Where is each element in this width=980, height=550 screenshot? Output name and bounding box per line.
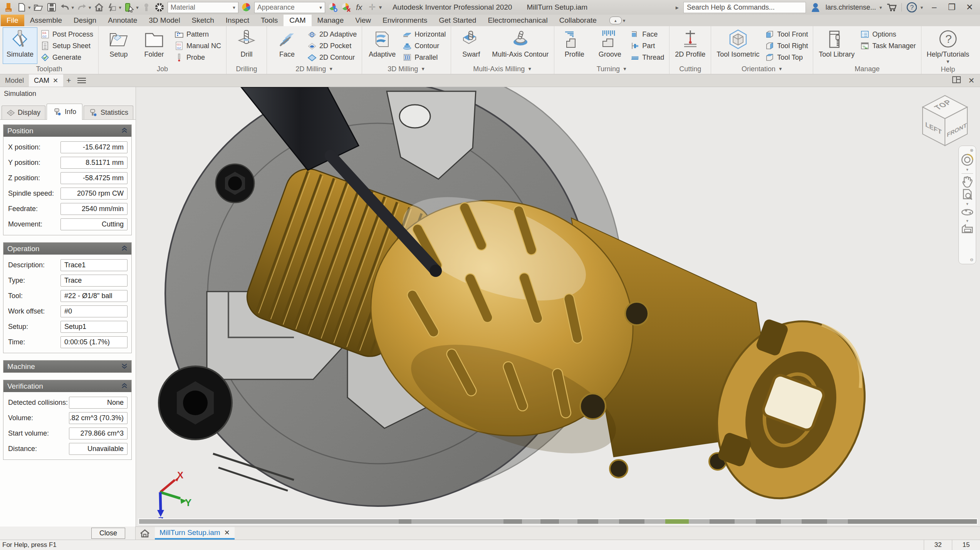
adjust-appearance-icon[interactable]: [328, 2, 338, 13]
timeline-segment[interactable]: [689, 519, 710, 524]
ribbon-group-label-toolpath[interactable]: Toolpath: [1, 64, 97, 74]
timeline-segment[interactable]: [802, 519, 827, 524]
simulation-timeline[interactable]: [138, 518, 978, 525]
zoom-window-button[interactable]: [961, 188, 973, 201]
ribbon-group-label-3d-milling[interactable]: 3D Milling▼: [363, 64, 450, 74]
tool-right-button[interactable]: Tool Right: [763, 40, 810, 52]
2d-profile-button[interactable]: 2D Profile: [672, 27, 708, 64]
ribbon-group-label-job[interactable]: Job: [99, 64, 225, 74]
multi-axis-contour-button[interactable]: Multi-Axis Contour: [489, 27, 551, 64]
tab-manage[interactable]: Manage: [312, 15, 350, 26]
folder-button[interactable]: Folder: [137, 27, 171, 64]
ribbon-group-label-turning[interactable]: Turning▼: [555, 64, 668, 74]
color-wheel-icon[interactable]: [241, 2, 252, 13]
tile-windows-icon[interactable]: [952, 75, 961, 86]
timeline-segment[interactable]: [411, 519, 503, 524]
ribbon-group-label-multi-axis[interactable]: Multi-Axis Milling▼: [452, 64, 553, 74]
tool-top-button[interactable]: Tool Top: [763, 52, 810, 63]
operation-section-header[interactable]: Operation: [3, 243, 131, 255]
tool-front-button[interactable]: Tool Front: [763, 29, 810, 40]
contour-button[interactable]: Contour: [400, 40, 448, 52]
document-tab-close-icon[interactable]: ✕: [224, 528, 230, 537]
timeline-segment[interactable]: [665, 519, 689, 524]
ribbon-group-label-orientation[interactable]: Orientation▼: [712, 64, 812, 74]
qat-customize-dropdown[interactable]: ▾: [379, 4, 382, 11]
app-store-cart-icon[interactable]: [886, 2, 897, 13]
ribbon-group-label-drilling[interactable]: Drilling: [227, 64, 266, 74]
select-tool-icon[interactable]: [124, 2, 134, 13]
timeline-segment[interactable]: [644, 519, 665, 524]
home-tab-icon[interactable]: [139, 527, 150, 540]
timeline-segment[interactable]: [577, 519, 598, 524]
tab-collaborate[interactable]: Collaborate: [554, 15, 602, 26]
timeline-segment[interactable]: [619, 519, 644, 524]
manual-nc-button[interactable]: G1G2Manual NC: [172, 40, 223, 52]
tab-sketch[interactable]: Sketch: [186, 15, 220, 26]
timeline-segment[interactable]: [781, 519, 802, 524]
timeline-segment[interactable]: [559, 519, 577, 524]
help-icon[interactable]: ?: [906, 2, 917, 13]
pan-button[interactable]: [961, 175, 973, 188]
tab-get-started[interactable]: Get Started: [433, 15, 482, 26]
appearance-dropdown[interactable]: Appearance▾: [254, 2, 325, 13]
machine-section-header[interactable]: Machine: [3, 361, 131, 372]
generate-button[interactable]: Generate: [38, 52, 96, 63]
parallel-button[interactable]: Parallel: [400, 52, 448, 63]
timeline-segment[interactable]: [503, 519, 522, 524]
tab-environments[interactable]: Environments: [377, 15, 433, 26]
orbit-caret[interactable]: ▾: [966, 218, 968, 223]
probe-button[interactable]: Probe: [172, 52, 223, 63]
horizontal-button[interactable]: Horizontal: [400, 29, 448, 40]
ribbon-group-label-cutting[interactable]: Cutting: [670, 64, 710, 74]
setup-sheet-button[interactable]: Setup Sheet: [38, 40, 96, 52]
tab-design[interactable]: Design: [68, 15, 102, 26]
close-document-icon[interactable]: ✕: [968, 76, 975, 85]
save-button[interactable]: [47, 2, 57, 13]
aperture-icon[interactable]: [154, 2, 165, 13]
select-dropdown[interactable]: ▾: [136, 5, 139, 10]
navbar-minimize-icon[interactable]: ⊖: [970, 257, 976, 262]
document-tab-millturn[interactable]: MillTurn Setup.iam✕: [155, 527, 235, 540]
tab-annotate[interactable]: Annotate: [102, 15, 143, 26]
tool-library-button[interactable]: Tool Library: [816, 27, 857, 64]
timeline-segment[interactable]: [848, 519, 977, 524]
3d-viewport[interactable]: X Y Z TOP LEFT FRONT ⊗: [136, 87, 980, 527]
timeline-segment[interactable]: [540, 519, 559, 524]
redo-dropdown[interactable]: ▾: [89, 5, 91, 10]
timeline-segment[interactable]: [522, 519, 540, 524]
timeline-segment[interactable]: [598, 519, 619, 524]
tab-3d-model[interactable]: 3D Model: [143, 15, 186, 26]
turn-part-button[interactable]: Part: [628, 40, 666, 52]
help-menu-caret[interactable]: ▾: [920, 5, 923, 10]
options-button[interactable]: Options: [858, 29, 918, 40]
face-mill-button[interactable]: Face: [270, 27, 304, 64]
turn-face-button[interactable]: Face: [628, 29, 666, 40]
timeline-segment[interactable]: [735, 519, 755, 524]
tab-inspect[interactable]: Inspect: [220, 15, 255, 26]
signed-in-user[interactable]: lars.christense...: [826, 3, 876, 12]
machine-expand-icon[interactable]: [121, 362, 128, 371]
user-avatar-icon[interactable]: [811, 2, 821, 13]
task-manager-button[interactable]: %Task Manager: [858, 40, 918, 52]
ribbon-group-label-help[interactable]: Help: [922, 65, 974, 74]
imate-glyph-icon[interactable]: [107, 2, 117, 13]
search-expand-arrow[interactable]: ▸: [676, 4, 679, 11]
2d-adaptive-button[interactable]: 2D Adaptive: [305, 29, 359, 40]
2d-contour-button[interactable]: 2D Contour: [305, 52, 359, 63]
turn-groove-button[interactable]: Groove: [592, 27, 627, 64]
swarf-button[interactable]: Swarf: [454, 27, 488, 64]
timeline-segment[interactable]: [827, 519, 848, 524]
navigation-wheel-button[interactable]: [960, 153, 974, 167]
tab-statistics[interactable]: Statistics: [84, 106, 133, 119]
timeline-segment[interactable]: [139, 519, 399, 524]
new-file-dropdown[interactable]: ▾: [28, 5, 31, 10]
navbar-close-icon[interactable]: ⊗: [970, 148, 976, 153]
minimize-button[interactable]: –: [928, 2, 941, 13]
ribbon-collapse-button[interactable]: ▴: [609, 17, 622, 24]
new-file-button[interactable]: [16, 2, 27, 13]
add-browser-tab-button[interactable]: +: [63, 74, 74, 87]
browser-menu-button[interactable]: [74, 74, 89, 87]
tab-display[interactable]: Display: [2, 106, 45, 119]
pattern-button[interactable]: Pattern: [172, 29, 223, 40]
search-input[interactable]: [683, 2, 806, 13]
